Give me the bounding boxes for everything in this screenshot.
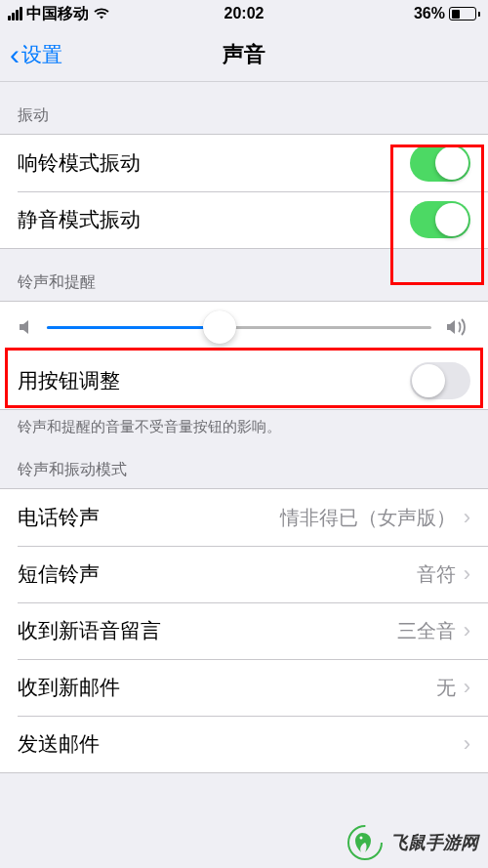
sentmail-row[interactable]: 发送邮件 › xyxy=(0,716,488,772)
status-time: 20:02 xyxy=(224,5,264,22)
wifi-icon xyxy=(93,7,110,21)
svg-point-1 xyxy=(360,837,363,840)
ringtone-value: 情非得已（女声版） xyxy=(280,505,456,531)
silent-vibrate-row: 静音模式振动 xyxy=(0,191,488,248)
texttone-row[interactable]: 短信铃声 音符 › xyxy=(0,546,488,602)
section-header-vibration: 振动 xyxy=(0,82,488,134)
page-title: 声音 xyxy=(223,40,265,69)
back-button[interactable]: ‹ 设置 xyxy=(10,40,62,69)
ring-vibrate-switch[interactable] xyxy=(410,145,470,182)
carrier-label: 中国移动 xyxy=(26,4,89,24)
volume-low-icon xyxy=(18,318,33,336)
ringer-footer: 铃声和提醒的音量不受音量按钮的影响。 xyxy=(0,410,488,446)
silent-vibrate-label: 静音模式振动 xyxy=(18,206,141,233)
status-bar: 中国移动 20:02 36% xyxy=(0,0,488,27)
volume-high-icon xyxy=(445,317,470,337)
ringtone-row[interactable]: 电话铃声 情非得已（女声版） › xyxy=(0,489,488,546)
ring-vibrate-row: 响铃模式振动 xyxy=(0,135,488,191)
modes-group: 电话铃声 情非得已（女声版） › 短信铃声 音符 › 收到新语音留言 三全音 ›… xyxy=(0,488,488,773)
newmail-label: 收到新邮件 xyxy=(18,674,120,701)
sentmail-label: 发送邮件 xyxy=(18,730,100,758)
chevron-right-icon: › xyxy=(464,675,470,700)
watermark-text: 飞鼠手游网 xyxy=(390,831,478,854)
section-header-ringer: 铃声和提醒 xyxy=(0,249,488,301)
nav-bar: ‹ 设置 声音 xyxy=(0,27,488,82)
slider-thumb[interactable] xyxy=(203,310,236,344)
ring-vibrate-label: 响铃模式振动 xyxy=(18,149,141,177)
silent-vibrate-switch[interactable] xyxy=(410,201,470,238)
voicemail-value: 三全音 xyxy=(397,618,456,644)
watermark: 飞鼠手游网 xyxy=(347,825,478,860)
button-change-switch[interactable] xyxy=(410,362,470,399)
newmail-row[interactable]: 收到新邮件 无 › xyxy=(0,659,488,716)
volume-slider-row xyxy=(0,302,488,352)
voicemail-label: 收到新语音留言 xyxy=(18,617,161,644)
watermark-logo-icon xyxy=(347,825,383,860)
button-change-row: 用按钮调整 xyxy=(0,352,488,409)
status-left: 中国移动 xyxy=(8,4,110,24)
texttone-label: 短信铃声 xyxy=(18,560,100,588)
voicemail-row[interactable]: 收到新语音留言 三全音 › xyxy=(0,602,488,659)
slider-fill xyxy=(47,326,220,329)
texttone-value: 音符 xyxy=(417,561,456,588)
ringer-group: 用按钮调整 xyxy=(0,301,488,410)
back-label: 设置 xyxy=(21,41,62,68)
chevron-right-icon: › xyxy=(464,561,470,587)
battery-percent: 36% xyxy=(414,5,445,22)
chevron-right-icon: › xyxy=(464,505,470,530)
chevron-left-icon: ‹ xyxy=(10,40,20,69)
signal-strength-icon xyxy=(8,7,22,21)
button-change-label: 用按钮调整 xyxy=(18,367,120,394)
chevron-right-icon: › xyxy=(464,618,470,643)
status-right: 36% xyxy=(414,5,480,22)
battery-icon xyxy=(449,7,480,21)
section-header-modes: 铃声和振动模式 xyxy=(0,446,488,488)
chevron-right-icon: › xyxy=(464,731,470,757)
vibration-group: 响铃模式振动 静音模式振动 xyxy=(0,134,488,249)
ringtone-label: 电话铃声 xyxy=(18,504,100,531)
newmail-value: 无 xyxy=(436,675,456,701)
volume-slider[interactable] xyxy=(47,326,431,329)
